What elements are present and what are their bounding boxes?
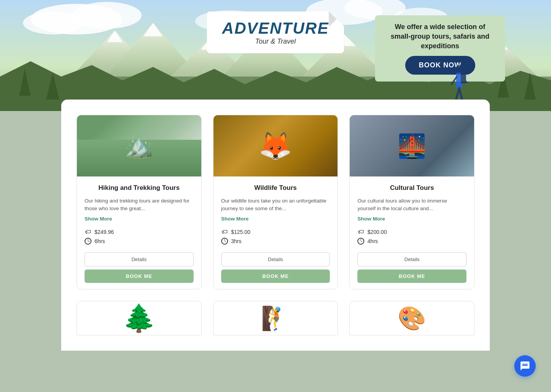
card-partial-forest [77,301,202,335]
card-title-cultural: Cultural Tours [357,184,466,192]
price-tag-icon-hiking: 🏷 [85,229,91,235]
card-actions-wildlife: Details BOOK ME [221,252,330,283]
book-me-button-hiking[interactable]: BOOK ME [85,270,194,283]
show-more-wildlife[interactable]: Show More [221,216,330,222]
clock-icon-wildlife [221,238,228,245]
clock-icon-hiking [85,238,91,245]
card-meta-wildlife: 🏷 $125.00 3hrs [221,229,330,245]
card-partial-colorful [349,301,474,335]
hero-tagline-box: We offer a wide selection of small-group… [375,15,505,82]
show-more-cultural[interactable]: Show More [357,216,466,222]
clock-icon-cultural [357,238,364,245]
card-actions-hiking: Details BOOK ME [85,252,194,283]
details-button-cultural[interactable]: Details [357,252,466,266]
cards-grid-bottom [77,301,474,335]
card-actions-cultural: Details BOOK ME [357,252,466,283]
card-body-wildlife: Wildlife Tours Our wildlife tours take y… [214,176,338,289]
duration-cultural: 4hrs [367,238,378,244]
logo-title: ADVENTURE [222,19,329,38]
svg-line-32 [459,88,462,100]
chat-button[interactable] [514,355,536,377]
duration-wildlife: 3hrs [231,238,241,244]
card-desc-wildlife: Our wildlife tours take you on an unforg… [221,197,330,213]
duration-row-wildlife: 3hrs [221,238,330,245]
card-image-cultural [350,115,474,176]
price-row-wildlife: 🏷 $125.00 [221,229,330,235]
card-meta-hiking: 🏷 $249.96 6hrs [85,229,194,245]
price-tag-icon-wildlife: 🏷 [221,229,228,235]
hero-section: ADVENTURE Tour & Travel We offer a wide … [0,0,551,111]
book-me-button-cultural[interactable]: BOOK ME [357,270,466,283]
cards-grid: Hiking and Trekking Tours Our hiking and… [77,115,474,289]
hero-tagline-text: We offer a wide selection of small-group… [386,22,494,51]
tour-card-cultural: Cultural Tours Our cultural tours allow … [349,115,474,289]
svg-point-3 [23,11,84,34]
show-more-hiking[interactable]: Show More [85,216,194,222]
card-partial-mountain [213,301,338,335]
card-meta-cultural: 🏷 $200.00 4hrs [357,229,466,245]
logo-subtitle: Tour & Travel [222,38,329,46]
price-row-hiking: 🏷 $249.96 [85,229,194,235]
svg-point-28 [455,65,463,73]
price-hiking: $249.96 [95,229,114,235]
chat-icon [520,361,530,371]
card-body-cultural: Cultural Tours Our cultural tours allow … [350,176,474,289]
card-desc-cultural: Our cultural tours allow you to immerse … [357,197,466,213]
details-button-wildlife[interactable]: Details [221,252,330,266]
price-cultural: $200.00 [367,229,387,235]
main-content: Hiking and Trekking Tours Our hiking and… [61,100,490,351]
duration-hiking: 6hrs [95,238,105,244]
duration-row-hiking: 6hrs [85,238,194,245]
tour-card-wildlife: Wildlife Tours Our wildlife tours take y… [213,115,338,289]
price-wildlife: $125.00 [231,229,251,235]
price-row-cultural: 🏷 $200.00 [357,229,466,235]
card-body-hiking: Hiking and Trekking Tours Our hiking and… [77,176,201,289]
tour-card-hiking: Hiking and Trekking Tours Our hiking and… [77,115,202,289]
svg-line-33 [452,77,457,84]
logo-badge: ADVENTURE Tour & Travel [207,11,344,53]
details-button-hiking[interactable]: Details [85,252,194,266]
duration-row-cultural: 4hrs [357,238,466,245]
card-title-wildlife: Wildlife Tours [221,184,330,192]
card-title-hiking: Hiking and Trekking Tours [85,184,194,192]
card-image-hiking [77,115,201,176]
card-desc-hiking: Our hiking and trekking tours are design… [85,197,194,213]
book-me-button-wildlife[interactable]: BOOK ME [221,270,330,283]
card-image-wildlife [214,115,338,176]
price-tag-icon-cultural: 🏷 [357,229,364,235]
